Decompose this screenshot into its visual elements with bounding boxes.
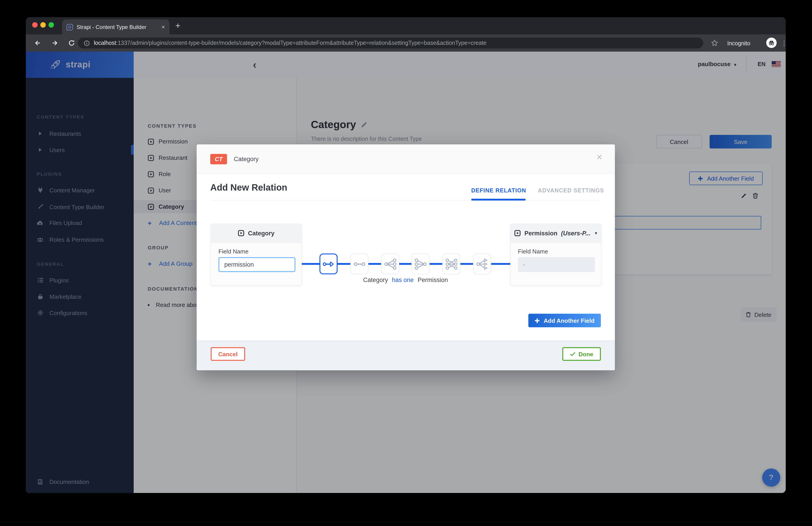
browser-toolbar: localhost:1337/admin/plugins/content-typ…: [26, 34, 786, 51]
many-to-many-icon: [445, 258, 458, 270]
window-close-button[interactable]: [32, 22, 38, 28]
tab-advanced-settings[interactable]: ADVANCED SETTINGS: [538, 187, 604, 194]
one-to-many-icon: [415, 258, 426, 270]
tab-close-icon[interactable]: ×: [161, 24, 165, 30]
url-host: localhost: [94, 40, 116, 46]
window-minimize-button[interactable]: [40, 22, 46, 28]
tab-define-relation[interactable]: DEFINE RELATION: [471, 187, 526, 194]
relation-source-header: Category: [211, 224, 301, 243]
one-way-many-icon: [476, 258, 488, 270]
bookmark-star-icon[interactable]: [711, 40, 718, 47]
modal-header: CT Category ✕: [197, 145, 615, 174]
one-way-icon: [322, 258, 335, 270]
chevron-down-icon: ▾: [595, 231, 597, 235]
modal-cancel-button[interactable]: Cancel: [211, 347, 245, 361]
new-tab-button[interactable]: +: [175, 21, 180, 31]
relation-target-plugin: (Users-P...: [561, 230, 591, 237]
content-type-badge: CT: [210, 154, 227, 164]
url-text: localhost:1337/admin/plugins/content-typ…: [94, 40, 487, 46]
modal-footer: Cancel Done: [197, 341, 615, 370]
relation-source-card: Category Field Name: [211, 224, 302, 286]
browser-tabstrip: Strapi - Content Type Builder × +: [26, 17, 786, 34]
relation-type-one-way[interactable]: [319, 254, 337, 274]
field-name-input[interactable]: [218, 257, 295, 272]
plus-icon: [535, 318, 540, 323]
modal-title: Add New Relation: [210, 182, 287, 193]
target-field-name-value: -: [518, 257, 595, 272]
modal-done-button[interactable]: Done: [562, 347, 601, 361]
one-to-one-icon: [353, 258, 365, 270]
relation-type-one-to-one[interactable]: [350, 254, 368, 274]
add-relation-modal: CT Category ✕ Add New Relation DEFINE RE…: [197, 145, 615, 370]
close-icon[interactable]: ✕: [596, 153, 603, 162]
relation-type-many-to-many[interactable]: [442, 254, 460, 274]
forward-icon[interactable]: [51, 40, 58, 47]
relation-target-header[interactable]: Permission (Users-P... ▾: [511, 224, 601, 243]
site-info-icon[interactable]: [83, 40, 90, 46]
modal-add-another-field-button[interactable]: Add Another Field: [528, 314, 601, 327]
incognito-label: Incognito: [727, 40, 750, 47]
modal-entity-name: Category: [234, 156, 259, 163]
check-icon: [570, 352, 576, 356]
browser-tab[interactable]: Strapi - Content Type Builder ×: [62, 19, 170, 34]
strapi-favicon-icon: [67, 24, 73, 30]
strapi-app: strapi CONTENT TYPES Restaurants Users P…: [26, 51, 786, 493]
field-name-label: Field Name: [218, 248, 248, 255]
tab-title: Strapi - Content Type Builder: [76, 24, 158, 30]
relation-target-card: Permission (Users-P... ▾ Field Name -: [510, 224, 601, 286]
active-tab-underline: [471, 199, 526, 200]
reload-icon[interactable]: [68, 40, 75, 47]
field-name-label: Field Name: [518, 248, 548, 255]
url-bar[interactable]: localhost:1337/admin/plugins/content-typ…: [78, 37, 703, 48]
browser-window: Strapi - Content Type Builder × + localh…: [26, 17, 786, 493]
window-zoom-button[interactable]: [48, 22, 54, 28]
relation-type-one-to-many[interactable]: [411, 254, 430, 274]
relation-verb: has one: [392, 276, 414, 283]
tabs-divider: [210, 200, 601, 200]
many-to-one-icon: [384, 258, 396, 270]
content-type-icon: [514, 230, 521, 236]
incognito-icon: [766, 37, 777, 48]
browser-menu-icon[interactable]: ⋮: [781, 40, 786, 47]
back-icon[interactable]: [34, 40, 41, 47]
relation-type-one-way-polymorphic[interactable]: [473, 254, 491, 274]
relation-type-many-to-one[interactable]: [381, 254, 399, 274]
content-type-icon: [238, 230, 244, 236]
